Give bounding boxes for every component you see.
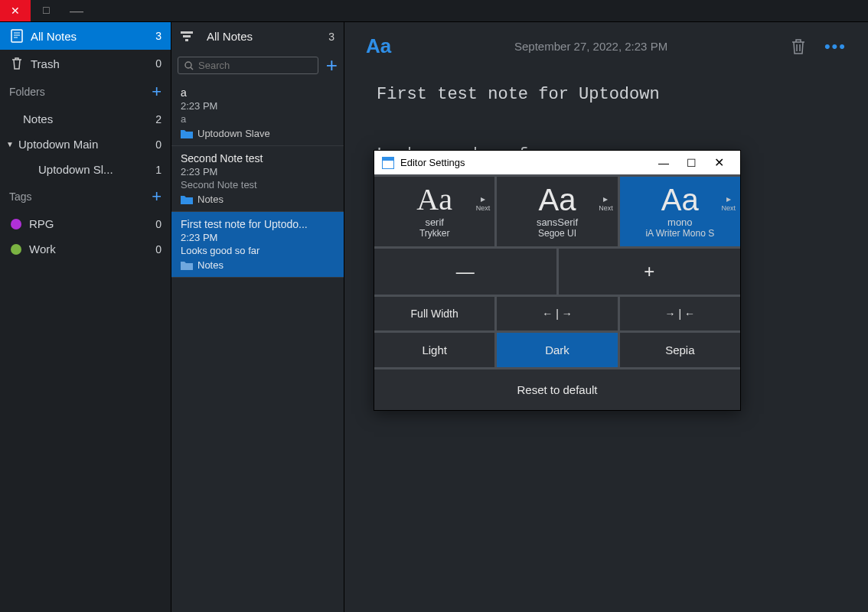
theme-sepia[interactable]: Sepia: [620, 333, 740, 367]
add-tag-button[interactable]: +: [152, 187, 162, 207]
search-icon: [184, 61, 194, 70]
maximize-button[interactable]: ☐: [31, 0, 61, 21]
font-settings-button[interactable]: Aa: [366, 34, 391, 58]
svg-rect-5: [183, 35, 191, 37]
chevron-down-icon: ▼: [6, 140, 17, 148]
note-item-selected[interactable]: First test note for Uptodo... 2:23 PM Lo…: [171, 212, 344, 278]
font-mono-selected[interactable]: Aa Next mono iA Writer Mono S: [620, 177, 740, 246]
width-expand-button[interactable]: ← | →: [497, 297, 619, 330]
sidebar-all-notes[interactable]: All Notes 3: [0, 22, 171, 50]
note-list-count: 3: [328, 31, 334, 43]
svg-rect-6: [185, 39, 188, 41]
folder-notes[interactable]: Notes 2: [0, 106, 171, 132]
tag-color-dot: [11, 219, 21, 230]
font-sansserif[interactable]: Aa Next sansSerif Segoe UI: [497, 177, 619, 246]
svg-point-7: [185, 62, 191, 68]
all-notes-label: All Notes: [31, 30, 77, 43]
minimize-button[interactable]: —: [61, 0, 92, 21]
folder-icon: [181, 129, 193, 138]
svg-line-8: [191, 67, 193, 70]
trash-icon: [9, 56, 24, 71]
more-button[interactable]: •••: [824, 37, 847, 57]
reset-to-default-button[interactable]: Reset to default: [374, 367, 740, 410]
modal-minimize-button[interactable]: —: [650, 157, 677, 169]
sidebar-trash[interactable]: Trash 0: [0, 50, 171, 77]
trash-label: Trash: [31, 57, 60, 70]
folder-uptodown-slave[interactable]: Uptodown Sl... 1: [0, 157, 171, 182]
folders-header: Folders +: [0, 77, 171, 106]
theme-light[interactable]: Light: [374, 333, 497, 367]
close-button[interactable]: ✕: [0, 0, 31, 21]
tag-work[interactable]: Work 0: [0, 236, 171, 262]
sidebar: All Notes 3 Trash 0 Folders + Notes 2 ▼ …: [0, 22, 171, 612]
font-size-increase[interactable]: +: [559, 249, 741, 295]
trash-count: 0: [155, 57, 162, 70]
add-folder-button[interactable]: +: [152, 82, 162, 102]
folder-icon: [181, 261, 193, 270]
theme-dark-selected[interactable]: Dark: [497, 333, 619, 367]
note-list-title: All Notes: [207, 30, 328, 43]
tag-rpg[interactable]: RPG 0: [0, 211, 171, 236]
width-collapse-button[interactable]: → | ←: [620, 297, 740, 330]
folder-icon: [181, 195, 193, 204]
folder-uptodown-main[interactable]: ▼ Uptodown Main 0: [0, 132, 171, 157]
modal-titlebar: Editor Settings — ☐ ✕: [374, 151, 740, 174]
add-note-button[interactable]: +: [326, 54, 338, 77]
svg-rect-0: [11, 30, 22, 42]
svg-rect-4: [181, 31, 193, 34]
search-input[interactable]: [198, 60, 312, 71]
modal-maximize-button[interactable]: ☐: [677, 157, 705, 169]
font-size-decrease[interactable]: —: [374, 249, 559, 295]
note-item[interactable]: a 2:23 PM a Uptodown Slave: [171, 80, 344, 146]
tags-header: Tags +: [0, 182, 171, 211]
note-date: September 27, 2022, 2:23 PM: [391, 40, 791, 53]
titlebar: ✕ ☐ —: [0, 0, 868, 21]
filter-icon[interactable]: [181, 31, 194, 42]
editor-settings-modal: Editor Settings — ☐ ✕ Aa Next serif Tryk…: [374, 150, 741, 411]
modal-title: Editor Settings: [400, 157, 465, 168]
delete-note-button[interactable]: [791, 38, 806, 55]
modal-close-button[interactable]: ✕: [705, 155, 733, 170]
note-list: All Notes 3 + a 2:23 PM a Uptodown Slave…: [171, 22, 344, 612]
app-icon: [382, 157, 394, 169]
note-item[interactable]: Second Note test 2:23 PM Second Note tes…: [171, 146, 344, 212]
full-width-label: Full Width: [374, 297, 497, 330]
search-box[interactable]: [178, 57, 318, 74]
font-serif[interactable]: Aa Next serif Trykker: [374, 177, 497, 246]
notes-icon: [9, 28, 24, 44]
tag-color-dot: [11, 244, 21, 255]
all-notes-count: 3: [155, 30, 162, 42]
